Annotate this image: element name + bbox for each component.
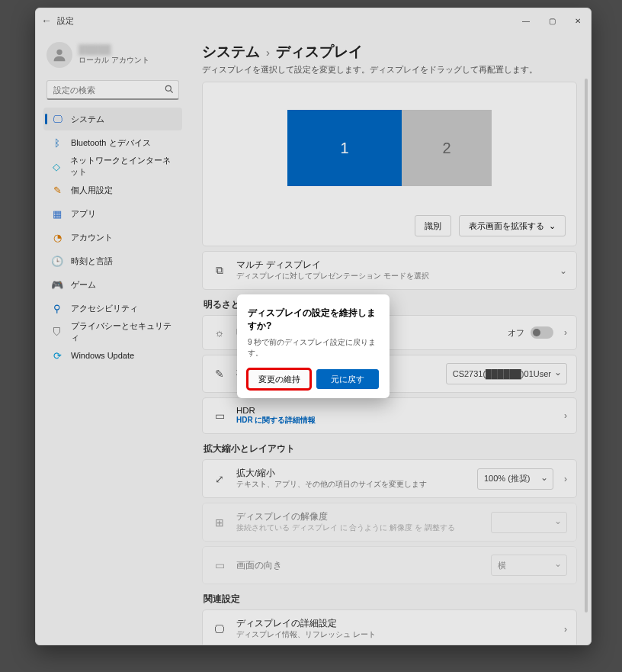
orientation-title: 画面の向き [236,560,482,571]
sidebar-item-10[interactable]: ⟳Windows Update [43,344,182,367]
sidebar-item-label: ゲーム [71,279,96,291]
sidebar-item-label: ネットワークとインターネット [70,155,177,178]
profile-name: █████ [79,44,149,55]
hdr-title: HDR [236,406,550,415]
scale-sub: テキスト、アプリ、その他の項目のサイズを変更します [236,479,468,490]
chevron-down-icon: ⌄ [555,265,567,276]
hdr-link[interactable]: HDR に関する詳細情報 [236,415,550,426]
avatar [46,42,72,68]
minimize-button[interactable]: — [513,8,539,33]
advanced-display-card[interactable]: 🖵 ディスプレイの詳細設定 ディスプレイ情報、リフレッシュ レート › [202,609,577,645]
svg-point-0 [56,50,62,55]
hdr-card[interactable]: ▭ HDR HDR に関する詳細情報 › [202,397,577,434]
nav-list: 🖵システムᛒBluetooth とデバイス◇ネットワークとインターネット✎個人用… [42,108,184,367]
sidebar-item-6[interactable]: 🕒時刻と言語 [43,249,182,272]
sidebar-item-label: アクセシビリティ [71,303,138,314]
multi-display-card[interactable]: ⧉ マルチ ディスプレイ ディスプレイに対してプレゼンテーション モードを選択 … [202,251,577,290]
brightness-toggle[interactable] [531,326,553,339]
shield-icon: ⛉ [51,326,63,338]
back-button[interactable]: ← [36,14,57,27]
scale-section: 拡大縮小とレイアウト [204,443,577,455]
search-input[interactable] [46,80,179,100]
window-title: 設定 [57,15,513,27]
scrollbar[interactable] [585,79,588,613]
accessibility-icon: ⚲ [51,302,63,314]
chevron-right-icon: › [559,474,567,484]
keep-settings-dialog: ディスプレイの設定を維持しますか? 9 秒で前のディスプレイ設定に戻ります。 変… [237,294,390,398]
breadcrumb-root[interactable]: システム [202,42,260,62]
extend-dropdown[interactable]: 表示画面を拡張する⌄ [459,215,566,236]
sidebar-item-4[interactable]: ▦アプリ [43,202,182,225]
brush-icon: ✎ [51,184,63,196]
settings-window: ← 設定 — ▢ ✕ █████ ローカル アカウント 🖵システム [35,8,592,645]
sidebar-item-1[interactable]: ᛒBluetooth とデバイス [43,131,182,154]
toggle-label: オフ [508,327,524,339]
maximize-button[interactable]: ▢ [539,8,565,33]
profile-select[interactable]: CS2731(██████)01User [446,363,567,384]
hdr-icon: ▭ [212,410,227,422]
page-hint: ディスプレイを選択して設定を変更します。ディスプレイをドラッグして再配置します。 [202,65,577,76]
resolution-sub: 接続されている ディスプレイ に 合うように 解像度 を 調整する [236,522,482,533]
breadcrumb: システム › ディスプレイ [202,42,577,62]
sidebar-item-label: システム [71,114,104,125]
keep-changes-button[interactable]: 変更の維持 [248,369,310,389]
resolution-select [491,512,567,533]
clock-icon: 🕒 [51,255,63,267]
sidebar-item-label: アカウント [71,232,113,243]
scale-select[interactable]: 100% (推奨) [477,468,553,490]
identify-button[interactable]: 識別 [415,215,451,236]
scale-icon: ⤢ [212,473,227,485]
sidebar-item-label: アプリ [71,208,96,220]
eyedropper-icon: ✎ [212,368,227,380]
orientation-icon: ▭ [212,559,227,571]
sidebar-item-3[interactable]: ✎個人用設定 [43,178,182,201]
update-icon: ⟳ [51,349,63,362]
sidebar: █████ ローカル アカウント 🖵システムᛒBluetooth とデバイス◇ネ… [36,33,188,645]
search-box[interactable] [46,80,179,100]
display-arrangement[interactable]: 1 2 識別 表示画面を拡張する⌄ [202,82,577,246]
profile[interactable]: █████ ローカル アカウント [42,37,184,77]
resolution-icon: ⊞ [212,516,227,529]
breadcrumb-page: ディスプレイ [276,42,363,62]
monitor-1[interactable]: 1 [287,110,402,186]
multi-display-title: マルチ ディスプレイ [236,259,546,271]
sidebar-item-9[interactable]: ⛉プライバシーとセキュリティ [43,320,182,343]
apps-icon: ▦ [51,207,63,220]
resolution-title: ディスプレイの解像度 [236,511,482,522]
close-button[interactable]: ✕ [565,8,591,33]
svg-point-1 [165,85,171,91]
advanced-title: ディスプレイの詳細設定 [236,618,550,629]
game-icon: 🎮 [51,278,63,291]
sidebar-item-2[interactable]: ◇ネットワークとインターネット [43,155,182,178]
bluetooth-icon: ᛒ [51,137,63,149]
sidebar-item-5[interactable]: ◔アカウント [43,226,182,249]
dialog-title: ディスプレイの設定を維持しますか? [248,307,379,333]
monitor-2[interactable]: 2 [402,110,492,186]
related-section: 関連設定 [204,593,577,605]
sidebar-item-7[interactable]: 🎮ゲーム [43,273,182,296]
wifi-icon: ◇ [51,160,63,172]
multi-display-icon: ⧉ [212,264,227,277]
sidebar-item-label: 個人用設定 [71,185,113,196]
dialog-message: 9 秒で前のディスプレイ設定に戻ります。 [248,337,379,359]
advanced-sub: ディスプレイ情報、リフレッシュ レート [236,629,550,640]
sidebar-item-8[interactable]: ⚲アクセシビリティ [43,297,182,320]
multi-display-sub: ディスプレイに対してプレゼンテーション モードを選択 [236,271,546,281]
orientation-select: 横 [491,555,567,576]
scale-card[interactable]: ⤢ 拡大/縮小 テキスト、アプリ、その他の項目のサイズを変更します 100% (… [202,459,577,498]
chevron-down-icon: ⌄ [549,221,556,231]
monitor-icon: 🖵 [51,113,63,125]
search-icon [164,84,175,98]
orientation-card: ▭ 画面の向き 横 [202,546,577,584]
chevron-right-icon: › [559,410,567,421]
sidebar-item-label: 時刻と言語 [71,256,113,267]
profile-sub: ローカル アカウント [79,55,149,66]
chevron-right-icon: › [559,624,567,635]
sidebar-item-0[interactable]: 🖵システム [43,108,182,130]
chevron-right-icon: › [266,46,270,59]
sun-icon: ☼ [212,326,227,339]
revert-button[interactable]: 元に戻す [316,369,379,389]
titlebar: ← 設定 — ▢ ✕ [36,8,591,33]
sidebar-item-label: プライバシーとセキュリティ [71,320,177,343]
monitor-icon: 🖵 [212,623,227,635]
